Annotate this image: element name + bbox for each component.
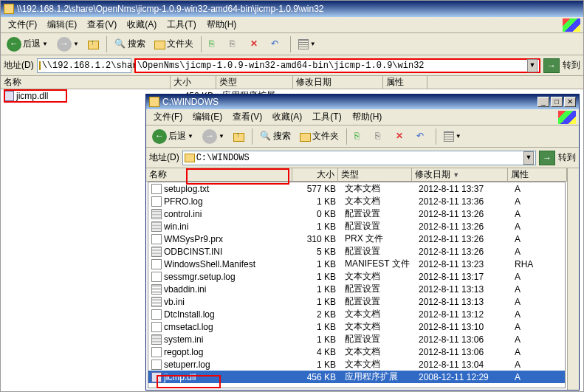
delete-icon[interactable]: ✕ bbox=[247, 37, 265, 52]
search-button[interactable]: 🔍搜索 bbox=[111, 36, 148, 52]
views-button[interactable]: ▼ bbox=[441, 130, 464, 143]
menu-fav[interactable]: 收藏(A) bbox=[268, 109, 306, 125]
file-attr: A bbox=[512, 209, 562, 219]
minimize-button[interactable]: _ bbox=[537, 97, 549, 107]
back-button[interactable]: ←后退▼ bbox=[149, 128, 196, 145]
forward-button[interactable]: →▼ bbox=[199, 128, 227, 145]
file-row[interactable]: PFRO.log1 KB文本文档2012-8-11 13:36A bbox=[148, 195, 565, 207]
dropdown-icon[interactable]: ▼ bbox=[527, 59, 537, 72]
address-combo[interactable] bbox=[37, 58, 131, 73]
copy-icon[interactable]: ⎘ bbox=[372, 129, 390, 144]
menu-file[interactable]: 文件(F) bbox=[149, 109, 187, 125]
col-attr[interactable]: 属性 bbox=[508, 168, 567, 181]
separator bbox=[106, 36, 107, 52]
file-row[interactable]: setuplog.txt577 KB文本文档2012-8-11 13:37A bbox=[148, 182, 565, 195]
file-row[interactable]: DtcInstall.log2 KB文本文档2012-8-11 13:12A bbox=[148, 308, 565, 320]
file-type: 配置设置 bbox=[342, 220, 416, 233]
menu-view[interactable]: 查看(V) bbox=[228, 109, 267, 125]
maximize-button[interactable]: □ bbox=[551, 97, 563, 107]
views-button[interactable]: ▼ bbox=[295, 38, 319, 51]
menu-help[interactable]: 帮助(H) bbox=[202, 17, 241, 32]
up-button[interactable]: ↑ bbox=[85, 38, 102, 51]
file-row[interactable]: win.ini1 KB配置设置2012-8-11 13:26A bbox=[148, 220, 565, 233]
file-type: 配置设置 bbox=[342, 245, 416, 258]
file-date: 2012-8-11 13:17 bbox=[416, 272, 512, 282]
outer-column-header: 名称 大小 类型 修改日期 属性 bbox=[1, 76, 583, 89]
delete-icon[interactable]: ✕ bbox=[393, 129, 410, 144]
col-type[interactable]: 类型 bbox=[216, 76, 293, 89]
col-type[interactable]: 类型 bbox=[338, 168, 412, 181]
menu-file[interactable]: 文件(F) bbox=[4, 17, 41, 32]
go-button[interactable]: → bbox=[543, 58, 560, 73]
address-input[interactable] bbox=[137, 61, 526, 71]
col-size[interactable]: 大小 bbox=[292, 168, 338, 181]
forward-button[interactable]: →▼ bbox=[54, 35, 82, 53]
file-row[interactable]: WMSysPr9.prx310 KBPRX 文件2012-8-11 13:26A bbox=[148, 233, 565, 245]
up-button[interactable]: ↑ bbox=[230, 130, 247, 143]
undo-icon[interactable]: ↶ bbox=[268, 37, 286, 52]
file-date: 2008-12-11 12:29 bbox=[416, 372, 512, 382]
col-name[interactable]: 名称 bbox=[1, 76, 171, 89]
file-icon bbox=[151, 347, 162, 357]
file-row[interactable]: system.ini1 KB配置设置2012-8-11 13:06A bbox=[148, 333, 565, 345]
go-button[interactable]: → bbox=[539, 151, 555, 165]
menu-view[interactable]: 查看(V) bbox=[83, 17, 121, 32]
vertical-scrollbar[interactable] bbox=[567, 168, 579, 390]
inner-titlebar[interactable]: C:\WINDOWS _ □ ✕ bbox=[146, 94, 579, 109]
col-size[interactable]: 大小 bbox=[171, 76, 216, 89]
menu-edit[interactable]: 编辑(E) bbox=[43, 17, 81, 32]
close-button[interactable]: ✕ bbox=[564, 97, 576, 107]
file-row[interactable]: vb.ini1 KB配置设置2012-8-11 13:13A bbox=[148, 295, 565, 308]
col-date[interactable]: 修改日期 bbox=[293, 76, 383, 89]
file-attr: A bbox=[512, 221, 562, 232]
file-row[interactable]: cmsetacl.log1 KB文本文档2012-8-11 13:10A bbox=[148, 320, 565, 333]
favorites-icon[interactable]: ⎘ bbox=[206, 37, 224, 52]
menu-fav[interactable]: 收藏(A) bbox=[123, 17, 161, 32]
search-button[interactable]: 🔍搜索 bbox=[257, 128, 294, 144]
address-input[interactable] bbox=[196, 153, 522, 163]
file-icon bbox=[151, 309, 162, 320]
menu-edit[interactable]: 编辑(E) bbox=[188, 109, 227, 125]
col-attr[interactable]: 属性 bbox=[383, 76, 427, 89]
file-row[interactable]: regopt.log4 KB文本文档2012-8-11 13:06A bbox=[148, 345, 565, 358]
folders-button[interactable]: 文件夹 bbox=[297, 128, 342, 144]
file-date: 2012-8-11 13:36 bbox=[416, 196, 512, 207]
col-name[interactable]: 名称 bbox=[146, 168, 292, 181]
file-size: 1 KB bbox=[296, 272, 342, 282]
menu-tools[interactable]: 工具(T) bbox=[162, 17, 200, 32]
inner-filelist[interactable]: setuplog.txt577 KB文本文档2012-8-11 13:37APF… bbox=[148, 182, 566, 388]
file-name: jicmp.dll bbox=[164, 372, 196, 382]
menu-tools[interactable]: 工具(T) bbox=[308, 109, 346, 125]
file-type: 文本文档 bbox=[342, 358, 416, 371]
file-row[interactable]: sessmgr.setup.log1 KB文本文档2012-8-11 13:17… bbox=[148, 270, 565, 283]
sort-desc-icon: ▼ bbox=[453, 171, 459, 179]
outer-toolbar: ←后退▼ →▼ ↑ 🔍搜索 文件夹 ⎘ ⎘ ✕ ↶ ▼ bbox=[1, 33, 583, 55]
address-input-prefix[interactable] bbox=[42, 61, 149, 71]
file-attr: A bbox=[512, 284, 562, 295]
file-date: 2012-8-11 13:26 bbox=[416, 221, 512, 232]
outer-body: 名称 大小 类型 修改日期 属性 jicmp.dll 456 KB 应用程序扩展… bbox=[1, 76, 583, 391]
copy-icon[interactable]: ⎘ bbox=[227, 37, 244, 52]
menu-help[interactable]: 帮助(H) bbox=[348, 109, 387, 125]
favorites-icon[interactable]: ⎘ bbox=[351, 129, 369, 144]
inner-window: C:\WINDOWS _ □ ✕ 文件(F) 编辑(E) 查看(V) 收藏(A)… bbox=[145, 94, 580, 391]
undo-icon[interactable]: ↶ bbox=[413, 129, 431, 144]
file-row[interactable]: setuperr.log1 KB文本文档2012-8-11 13:04A bbox=[148, 358, 565, 371]
file-row[interactable]: ODBCINST.INI5 KB配置设置2012-8-11 13:26A bbox=[148, 245, 565, 258]
outer-addressbar: 地址(D) ▼ → 转到 bbox=[1, 55, 583, 76]
file-name: PFRO.log bbox=[164, 196, 203, 207]
file-date: 2012-8-11 13:13 bbox=[416, 284, 512, 295]
file-name: jicmp.dll bbox=[16, 91, 48, 101]
separator bbox=[290, 36, 291, 52]
file-row[interactable]: WindowsShell.Manifest1 KBMANIFEST 文件2012… bbox=[148, 258, 565, 270]
back-button[interactable]: ←后退▼ bbox=[4, 35, 51, 53]
file-row[interactable]: jicmp.dll456 KB应用程序扩展2008-12-11 12:29A bbox=[148, 371, 565, 383]
address-combo-main[interactable]: ▼ bbox=[134, 58, 540, 73]
dropdown-icon[interactable]: ▼ bbox=[523, 151, 534, 165]
file-row[interactable]: vbaddin.ini1 KB配置设置2012-8-11 13:13A bbox=[148, 283, 565, 295]
address-combo[interactable]: ▼ bbox=[182, 151, 536, 165]
file-row[interactable]: control.ini0 KB配置设置2012-8-11 13:26A bbox=[148, 207, 565, 220]
file-date: 2012-8-11 13:26 bbox=[416, 234, 512, 244]
folders-button[interactable]: 文件夹 bbox=[151, 36, 196, 52]
col-date[interactable]: 修改日期 ▼ bbox=[412, 168, 508, 181]
